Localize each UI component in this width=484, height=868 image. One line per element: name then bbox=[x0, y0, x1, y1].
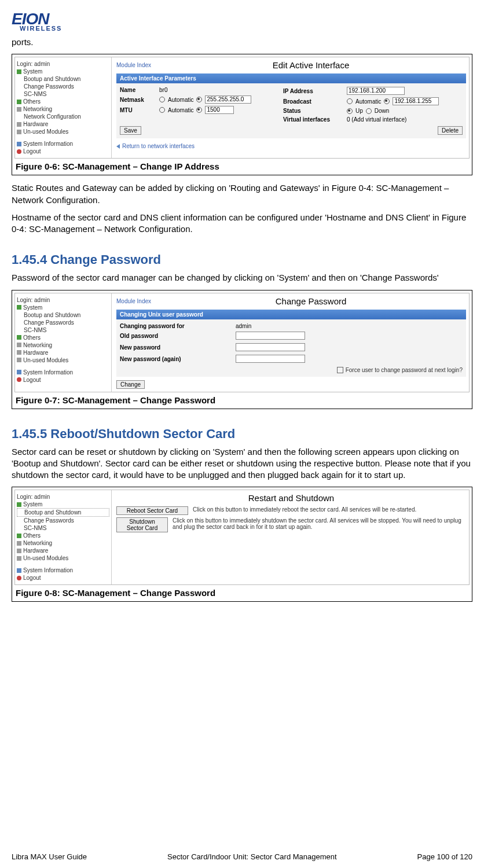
nav-hardware[interactable]: Hardware bbox=[17, 547, 109, 554]
nav-scnms[interactable]: SC-NMS bbox=[17, 326, 109, 334]
nav-scnms[interactable]: SC-NMS bbox=[17, 524, 109, 532]
folder-icon bbox=[17, 335, 21, 340]
nav-networking[interactable]: Networking bbox=[17, 105, 109, 113]
power-icon bbox=[17, 377, 21, 382]
nav-unused[interactable]: Un-used Modules bbox=[17, 554, 109, 562]
force-change-label: Force user to change password at next lo… bbox=[346, 367, 463, 373]
shutdown-description: Click on this button to immediately shut… bbox=[173, 517, 466, 530]
new-pw2-label: New password (again) bbox=[120, 356, 236, 362]
auto-label: Automatic bbox=[168, 107, 193, 113]
nav-hardware[interactable]: Hardware bbox=[17, 120, 109, 128]
nav-others[interactable]: Others bbox=[17, 98, 109, 105]
nav-others[interactable]: Others bbox=[17, 532, 109, 539]
nav-system[interactable]: System bbox=[17, 501, 109, 508]
folder-icon bbox=[17, 122, 21, 127]
auto-label: Automatic bbox=[168, 97, 193, 103]
nav-sysinfo[interactable]: System Information bbox=[17, 369, 109, 376]
nav-sidebar: Login: admin System Bootup and Shutdown … bbox=[15, 293, 112, 392]
heading-change-password: 1.45.4 Change Password bbox=[12, 252, 472, 267]
para-static-routes: Static Routes and Gateway can be added b… bbox=[12, 182, 472, 206]
panel-header: Active Interface Parameters bbox=[116, 73, 466, 83]
nav-logout[interactable]: Logout bbox=[17, 376, 109, 384]
module-index-link[interactable]: Module Index bbox=[116, 62, 151, 68]
folder-icon bbox=[17, 107, 21, 112]
nav-logout[interactable]: Logout bbox=[17, 148, 109, 155]
panel-title: Edit Active Interface bbox=[156, 60, 466, 70]
bcast-manual-radio[interactable] bbox=[384, 98, 390, 104]
folder-icon bbox=[17, 343, 21, 347]
folder-icon bbox=[17, 549, 21, 553]
bcast-auto-radio[interactable] bbox=[347, 98, 353, 104]
mtu-label: MTU bbox=[120, 107, 153, 113]
status-down-radio[interactable] bbox=[366, 108, 372, 114]
figure-0-7: Login: admin System Bootup and Shutdown … bbox=[12, 290, 472, 409]
panel-header: Changing Unix user password bbox=[116, 310, 466, 319]
netmask-input[interactable]: 255.255.255.0 bbox=[205, 95, 251, 104]
delete-button[interactable]: Delete bbox=[438, 126, 463, 135]
panel-title: Restart and Shutdown bbox=[116, 493, 466, 503]
netmask-auto-radio[interactable] bbox=[159, 97, 165, 102]
para-password: Password of the sector card manager can … bbox=[12, 272, 472, 284]
para-reboot: Sector card can be reset or shutdown by … bbox=[12, 446, 472, 481]
force-change-checkbox[interactable] bbox=[337, 367, 343, 373]
netmask-manual-radio[interactable] bbox=[196, 97, 202, 102]
down-label: Down bbox=[375, 108, 390, 114]
nav-unused[interactable]: Un-used Modules bbox=[17, 128, 109, 135]
panel-title: Change Password bbox=[156, 296, 466, 306]
shutdown-button[interactable]: Shutdown Sector Card bbox=[116, 517, 168, 532]
reboot-button[interactable]: Reboot Sector Card bbox=[116, 506, 188, 515]
nav-sysinfo[interactable]: System Information bbox=[17, 140, 109, 148]
up-label: Up bbox=[355, 108, 363, 114]
intro-text: ports. bbox=[12, 36, 472, 48]
nav-changepw[interactable]: Change Passwords bbox=[17, 319, 109, 326]
heading-reboot: 1.45.5 Reboot/Shutdown Sector Card bbox=[12, 426, 472, 442]
nav-netconf[interactable]: Network Configuration bbox=[17, 113, 109, 120]
name-label: Name bbox=[120, 87, 153, 93]
mtu-manual-radio[interactable] bbox=[196, 107, 202, 113]
footer-left: Libra MAX User Guide bbox=[12, 852, 87, 861]
virt-value[interactable]: 0 (Add virtual interface) bbox=[347, 116, 463, 123]
module-index-link[interactable]: Module Index bbox=[116, 298, 151, 304]
footer-right: Page 100 of 120 bbox=[417, 852, 472, 861]
bcast-input[interactable]: 192.168.1.255 bbox=[393, 97, 439, 105]
screenshot-change-password: Login: admin System Bootup and Shutdown … bbox=[14, 293, 470, 392]
changing-for-label: Changing password for bbox=[120, 323, 236, 329]
change-button[interactable]: Change bbox=[116, 380, 145, 389]
screenshot-restart: Login: admin System Bootup and Shutdown … bbox=[14, 490, 470, 585]
nav-others[interactable]: Others bbox=[17, 334, 109, 341]
return-link[interactable]: Return to network interfaces bbox=[116, 143, 466, 149]
new-pw-input[interactable] bbox=[236, 343, 305, 351]
mtu-auto-radio[interactable] bbox=[159, 107, 165, 113]
power-icon bbox=[17, 576, 21, 580]
figure-caption: Figure 0-7: SC-Management – Change Passw… bbox=[14, 394, 470, 406]
nav-system[interactable]: System bbox=[17, 304, 109, 311]
nav-bootup[interactable]: Bootup and Shutdown bbox=[17, 311, 109, 319]
nav-login: Login: admin bbox=[17, 60, 109, 68]
nav-networking[interactable]: Networking bbox=[17, 539, 109, 547]
logo-sub: WIRELESS bbox=[20, 25, 472, 32]
nav-unused[interactable]: Un-used Modules bbox=[17, 356, 109, 364]
nav-changepw[interactable]: Change Passwords bbox=[17, 517, 109, 524]
status-label: Status bbox=[283, 108, 341, 114]
nav-bootup-selected[interactable]: Bootup and Shutdown bbox=[17, 508, 109, 517]
nav-logout[interactable]: Logout bbox=[17, 574, 109, 582]
nav-changepw[interactable]: Change Passwords bbox=[17, 83, 109, 90]
nav-hardware[interactable]: Hardware bbox=[17, 349, 109, 356]
figure-caption: Figure 0-8: SC-Management – Change Passw… bbox=[14, 587, 470, 599]
new-pw2-input[interactable] bbox=[236, 355, 305, 363]
auto-label: Automatic bbox=[355, 98, 381, 105]
ip-input[interactable]: 192.168.1.200 bbox=[347, 87, 405, 95]
nav-system[interactable]: System bbox=[17, 68, 109, 75]
save-button[interactable]: Save bbox=[120, 126, 141, 135]
nav-scnms[interactable]: SC-NMS bbox=[17, 90, 109, 98]
figure-0-6: Login: admin System Bootup and Shutdown … bbox=[12, 54, 472, 175]
nav-login: Login: admin bbox=[17, 493, 109, 501]
nav-networking[interactable]: Networking bbox=[17, 341, 109, 349]
status-up-radio[interactable] bbox=[347, 108, 353, 114]
nav-sysinfo[interactable]: System Information bbox=[17, 567, 109, 574]
folder-icon bbox=[17, 350, 21, 355]
nav-bootup[interactable]: Bootup and Shutdown bbox=[17, 75, 109, 83]
info-icon bbox=[17, 370, 21, 374]
mtu-input[interactable]: 1500 bbox=[205, 106, 234, 114]
old-pw-input[interactable] bbox=[236, 332, 305, 340]
